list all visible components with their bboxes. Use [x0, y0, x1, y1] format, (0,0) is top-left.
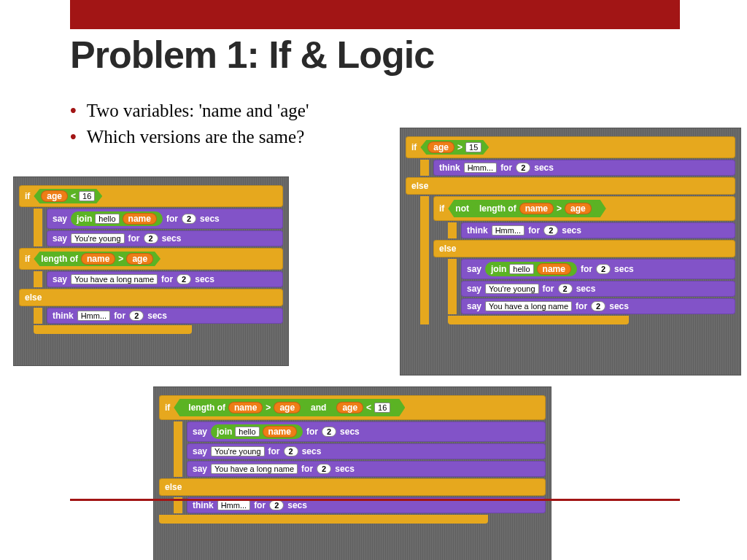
txt-young: You're young: [485, 284, 538, 294]
join-op: join hello name: [71, 211, 163, 226]
secs-kw: secs: [614, 264, 634, 274]
scratch-panel-c: if length of name > age and age < 16 say…: [153, 386, 551, 560]
for-kw: for: [528, 225, 540, 236]
say-block: say join hello name for 2 secs: [461, 259, 735, 279]
say-kw: say: [193, 446, 207, 456]
for-kw: for: [114, 311, 125, 321]
secs-kw: secs: [200, 214, 220, 224]
num-15: 15: [465, 142, 481, 152]
var-age: age: [274, 402, 301, 413]
else-kw: else: [439, 244, 456, 254]
secs-kw: secs: [147, 311, 167, 321]
if-kw: if: [411, 142, 417, 152]
think-kw: think: [439, 163, 460, 173]
num-2: 2: [182, 214, 196, 224]
condition-hex: not length of name > age: [448, 200, 605, 217]
footer-line: [70, 499, 680, 501]
op-lt: <: [366, 402, 371, 413]
say-kw: say: [53, 233, 67, 244]
op-gt: >: [557, 203, 562, 214]
var-age: age: [565, 203, 592, 214]
bullet-text: Which versions are the same?: [87, 127, 305, 147]
for-kw: for: [161, 274, 173, 284]
txt-hello: hello: [509, 264, 533, 274]
lengthof-kw: length of: [41, 254, 78, 264]
block-cap: [448, 316, 629, 324]
else-block: else: [159, 478, 546, 496]
say-block: say You're young for 2 secs: [47, 230, 283, 246]
var-name: name: [519, 203, 554, 214]
num-2: 2: [317, 464, 331, 474]
else-block: else: [433, 240, 735, 257]
join-op: join hello name: [211, 424, 303, 439]
var-age: age: [126, 253, 153, 265]
say-block: say join hello name for 2 secs: [187, 421, 546, 442]
bullet-item: •Two variables: 'name and 'age': [70, 101, 309, 121]
not-kw: not: [455, 203, 469, 214]
say-kw: say: [467, 264, 481, 274]
if-block: if age < 16: [19, 185, 283, 207]
num-2: 2: [284, 446, 298, 456]
txt-longname: You have a long name: [211, 464, 298, 474]
secs-kw: secs: [562, 225, 581, 236]
secs-kw: secs: [576, 284, 596, 294]
else-kw: else: [411, 181, 428, 191]
txt-hmm: Hmm...: [217, 500, 250, 510]
bullet-item: •Which versions are the same?: [70, 127, 309, 147]
txt-young: You're young: [71, 233, 124, 244]
bullet-list: •Two variables: 'name and 'age' •Which v…: [70, 101, 309, 153]
inner-hex: length of name > age: [181, 400, 308, 415]
secs-kw: secs: [195, 274, 214, 284]
op-gt: >: [118, 254, 123, 264]
scratch-panel-a: if age < 16 say join hello name for 2 se…: [13, 176, 289, 366]
else-block: else: [19, 289, 283, 306]
num-2: 2: [591, 301, 605, 311]
if-block: if age > 15: [406, 136, 735, 158]
if-block: if length of name > age and age < 16: [159, 395, 546, 420]
var-age: age: [427, 141, 454, 153]
var-name: name: [537, 263, 571, 275]
txt-longname: You have a long name: [71, 274, 158, 284]
join-kw: join: [217, 427, 232, 437]
for-kw: for: [306, 427, 318, 437]
num-2: 2: [558, 284, 573, 294]
num-2: 2: [129, 311, 144, 321]
say-kw: say: [53, 274, 67, 284]
if-block: if length of name > age: [19, 248, 283, 270]
for-kw: for: [254, 500, 266, 510]
for-kw: for: [543, 284, 554, 294]
else-block: else: [406, 177, 735, 195]
join-kw: join: [77, 214, 92, 224]
lengthof-kw: length of: [188, 402, 225, 413]
txt-hello: hello: [235, 427, 259, 437]
secs-kw: secs: [162, 233, 182, 244]
say-block: say You're young for 2 secs: [461, 281, 735, 297]
block-cap: [159, 515, 488, 524]
var-name: name: [123, 213, 157, 225]
say-block: say You have a long name for 2 secs: [47, 271, 283, 287]
secs-kw: secs: [340, 427, 360, 437]
else-kw: else: [165, 482, 182, 492]
think-block: think Hmm... for 2 secs: [433, 160, 735, 176]
for-kw: for: [576, 301, 587, 311]
num-2: 2: [322, 427, 336, 437]
if-keyword: if: [25, 191, 30, 201]
for-kw: for: [301, 464, 313, 474]
secs-kw: secs: [609, 301, 629, 311]
say-kw: say: [467, 284, 481, 294]
think-kw: think: [53, 311, 74, 321]
num-2: 2: [269, 500, 284, 510]
scratch-panel-b: if age > 15 think Hmm... for 2 secs else…: [400, 128, 741, 376]
var-name: name: [228, 402, 263, 413]
say-block: say join hello name for 2 secs: [47, 209, 283, 229]
join-kw: join: [491, 264, 506, 274]
for-kw: for: [128, 233, 140, 244]
num-2: 2: [516, 163, 530, 173]
txt-longname: You have a long name: [485, 301, 572, 311]
say-block: say You have a long name for 2 secs: [461, 298, 735, 314]
for-kw: for: [581, 264, 592, 274]
num-2: 2: [596, 264, 611, 274]
for-kw: for: [268, 446, 280, 456]
condition-hex: age < 16: [34, 189, 102, 203]
secs-kw: secs: [287, 500, 307, 510]
